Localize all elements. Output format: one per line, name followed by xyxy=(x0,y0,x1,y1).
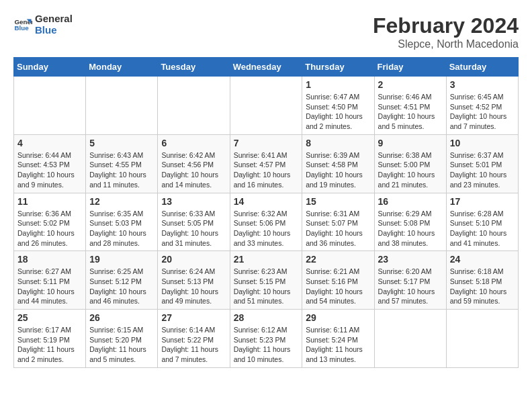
header-tuesday: Tuesday xyxy=(158,58,230,77)
logo-line1: General xyxy=(35,13,73,25)
day-info: Sunrise: 6:23 AMSunset: 5:15 PMDaylight:… xyxy=(234,267,299,306)
calendar-cell: 26Sunrise: 6:15 AMSunset: 5:20 PMDayligh… xyxy=(86,310,158,368)
day-number: 16 xyxy=(378,196,443,207)
header-thursday: Thursday xyxy=(302,58,374,77)
calendar-cell: 16Sunrise: 6:29 AMSunset: 5:08 PMDayligh… xyxy=(374,193,446,251)
day-number: 19 xyxy=(89,254,154,265)
day-number: 22 xyxy=(306,254,370,265)
day-info: Sunrise: 6:32 AMSunset: 5:06 PMDaylight:… xyxy=(234,209,299,248)
header-monday: Monday xyxy=(86,58,158,77)
day-number: 26 xyxy=(89,312,154,323)
calendar-cell: 13Sunrise: 6:33 AMSunset: 5:05 PMDayligh… xyxy=(158,193,230,251)
subtitle: Slepce, North Macedonia xyxy=(373,38,519,50)
day-info: Sunrise: 6:38 AMSunset: 5:00 PMDaylight:… xyxy=(378,150,443,190)
day-number: 18 xyxy=(17,254,82,265)
day-info: Sunrise: 6:24 AMSunset: 5:13 PMDaylight:… xyxy=(161,267,226,306)
calendar-week-2: 4Sunrise: 6:44 AMSunset: 4:53 PMDaylight… xyxy=(14,134,519,193)
header-saturday: Saturday xyxy=(446,58,518,77)
calendar-cell: 24Sunrise: 6:18 AMSunset: 5:18 PMDayligh… xyxy=(446,251,518,310)
calendar-table: SundayMondayTuesdayWednesdayThursdayFrid… xyxy=(13,57,519,368)
calendar-cell: 1Sunrise: 6:47 AMSunset: 4:50 PMDaylight… xyxy=(302,77,374,135)
calendar-cell xyxy=(230,77,302,135)
day-number: 13 xyxy=(161,196,226,207)
day-info: Sunrise: 6:37 AMSunset: 5:01 PMDaylight:… xyxy=(450,150,515,190)
day-info: Sunrise: 6:31 AMSunset: 5:07 PMDaylight:… xyxy=(306,209,370,248)
calendar-cell: 4Sunrise: 6:44 AMSunset: 4:53 PMDaylight… xyxy=(14,134,86,193)
day-info: Sunrise: 6:28 AMSunset: 5:10 PMDaylight:… xyxy=(450,209,515,248)
day-number: 6 xyxy=(161,138,226,148)
day-info: Sunrise: 6:46 AMSunset: 4:51 PMDaylight:… xyxy=(378,92,443,132)
day-info: Sunrise: 6:44 AMSunset: 4:53 PMDaylight:… xyxy=(17,150,82,190)
calendar-cell: 25Sunrise: 6:17 AMSunset: 5:19 PMDayligh… xyxy=(14,310,86,368)
calendar-cell: 15Sunrise: 6:31 AMSunset: 5:07 PMDayligh… xyxy=(302,193,374,251)
day-number: 15 xyxy=(306,196,370,207)
day-number: 14 xyxy=(234,196,299,207)
logo: General Blue General Blue xyxy=(13,13,73,36)
calendar-cell: 23Sunrise: 6:20 AMSunset: 5:17 PMDayligh… xyxy=(374,251,446,310)
calendar-cell: 9Sunrise: 6:38 AMSunset: 5:00 PMDaylight… xyxy=(374,134,446,193)
svg-text:Blue: Blue xyxy=(14,24,29,32)
calendar-cell: 3Sunrise: 6:45 AMSunset: 4:52 PMDaylight… xyxy=(446,77,518,135)
day-number: 5 xyxy=(89,138,154,148)
day-info: Sunrise: 6:41 AMSunset: 4:57 PMDaylight:… xyxy=(234,150,299,190)
calendar-header-row: SundayMondayTuesdayWednesdayThursdayFrid… xyxy=(14,58,519,77)
day-info: Sunrise: 6:11 AMSunset: 5:24 PMDaylight:… xyxy=(306,325,370,365)
day-number: 28 xyxy=(234,312,299,323)
calendar-week-1: 1Sunrise: 6:47 AMSunset: 4:50 PMDaylight… xyxy=(14,77,519,135)
calendar-cell: 11Sunrise: 6:36 AMSunset: 5:02 PMDayligh… xyxy=(14,193,86,251)
calendar-cell xyxy=(14,77,86,135)
day-number: 11 xyxy=(17,196,82,207)
day-number: 24 xyxy=(450,254,515,265)
calendar-cell xyxy=(446,310,518,368)
calendar-cell: 17Sunrise: 6:28 AMSunset: 5:10 PMDayligh… xyxy=(446,193,518,251)
day-info: Sunrise: 6:45 AMSunset: 4:52 PMDaylight:… xyxy=(450,92,515,132)
day-number: 8 xyxy=(306,138,370,148)
day-info: Sunrise: 6:29 AMSunset: 5:08 PMDaylight:… xyxy=(378,209,443,248)
calendar-cell: 20Sunrise: 6:24 AMSunset: 5:13 PMDayligh… xyxy=(158,251,230,310)
day-number: 7 xyxy=(234,138,299,148)
calendar-week-4: 18Sunrise: 6:27 AMSunset: 5:11 PMDayligh… xyxy=(14,251,519,310)
calendar-cell xyxy=(158,77,230,135)
day-number: 4 xyxy=(17,138,82,148)
day-info: Sunrise: 6:47 AMSunset: 4:50 PMDaylight:… xyxy=(306,92,370,132)
day-info: Sunrise: 6:35 AMSunset: 5:03 PMDaylight:… xyxy=(89,209,154,248)
day-number: 29 xyxy=(306,312,370,323)
day-number: 23 xyxy=(378,254,443,265)
calendar-cell: 29Sunrise: 6:11 AMSunset: 5:24 PMDayligh… xyxy=(302,310,374,368)
day-info: Sunrise: 6:14 AMSunset: 5:22 PMDaylight:… xyxy=(161,325,226,365)
calendar-cell: 19Sunrise: 6:25 AMSunset: 5:12 PMDayligh… xyxy=(86,251,158,310)
calendar-cell: 6Sunrise: 6:42 AMSunset: 4:56 PMDaylight… xyxy=(158,134,230,193)
calendar-cell xyxy=(86,77,158,135)
main-title: February 2024 xyxy=(373,13,519,38)
header-friday: Friday xyxy=(374,58,446,77)
day-info: Sunrise: 6:25 AMSunset: 5:12 PMDaylight:… xyxy=(89,267,154,306)
title-area: February 2024 Slepce, North Macedonia xyxy=(373,13,519,50)
day-info: Sunrise: 6:39 AMSunset: 4:58 PMDaylight:… xyxy=(306,150,370,190)
header: General Blue General Blue February 2024 … xyxy=(13,13,519,50)
day-info: Sunrise: 6:21 AMSunset: 5:16 PMDaylight:… xyxy=(306,267,370,306)
calendar-cell: 7Sunrise: 6:41 AMSunset: 4:57 PMDaylight… xyxy=(230,134,302,193)
day-number: 2 xyxy=(378,79,443,90)
header-wednesday: Wednesday xyxy=(230,58,302,77)
day-number: 21 xyxy=(234,254,299,265)
day-info: Sunrise: 6:33 AMSunset: 5:05 PMDaylight:… xyxy=(161,209,226,248)
calendar-cell: 2Sunrise: 6:46 AMSunset: 4:51 PMDaylight… xyxy=(374,77,446,135)
day-number: 10 xyxy=(450,138,515,148)
calendar-cell: 12Sunrise: 6:35 AMSunset: 5:03 PMDayligh… xyxy=(86,193,158,251)
day-info: Sunrise: 6:18 AMSunset: 5:18 PMDaylight:… xyxy=(450,267,515,306)
day-info: Sunrise: 6:27 AMSunset: 5:11 PMDaylight:… xyxy=(17,267,82,306)
calendar-cell: 27Sunrise: 6:14 AMSunset: 5:22 PMDayligh… xyxy=(158,310,230,368)
calendar-week-3: 11Sunrise: 6:36 AMSunset: 5:02 PMDayligh… xyxy=(14,193,519,251)
day-number: 25 xyxy=(17,312,82,323)
calendar-cell: 5Sunrise: 6:43 AMSunset: 4:55 PMDaylight… xyxy=(86,134,158,193)
calendar-cell: 18Sunrise: 6:27 AMSunset: 5:11 PMDayligh… xyxy=(14,251,86,310)
day-number: 1 xyxy=(306,79,370,90)
header-sunday: Sunday xyxy=(14,58,86,77)
calendar-cell: 10Sunrise: 6:37 AMSunset: 5:01 PMDayligh… xyxy=(446,134,518,193)
day-number: 12 xyxy=(89,196,154,207)
day-info: Sunrise: 6:17 AMSunset: 5:19 PMDaylight:… xyxy=(17,325,82,365)
calendar-cell: 8Sunrise: 6:39 AMSunset: 4:58 PMDaylight… xyxy=(302,134,374,193)
logo-line2: Blue xyxy=(35,25,73,36)
day-info: Sunrise: 6:20 AMSunset: 5:17 PMDaylight:… xyxy=(378,267,443,306)
day-info: Sunrise: 6:42 AMSunset: 4:56 PMDaylight:… xyxy=(161,150,226,190)
